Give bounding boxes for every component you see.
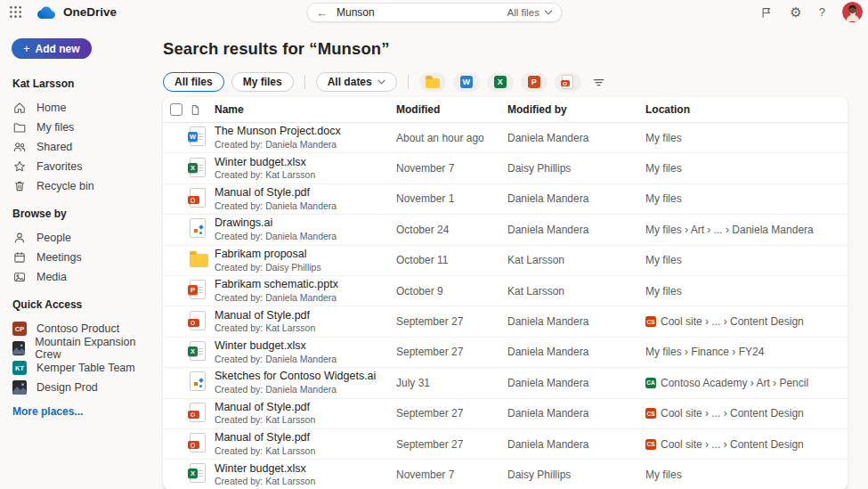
file-name[interactable]: Manual of Style.pdf xyxy=(215,186,396,200)
sidebar-item-home[interactable]: Home xyxy=(0,98,163,118)
column-header-modified-by[interactable]: Modified by xyxy=(507,103,645,116)
sidebar-item-my-files[interactable]: My files xyxy=(0,118,163,137)
filter-divider xyxy=(408,75,409,89)
table-row[interactable]: Sketches for Contoso Widgets.ai Created … xyxy=(163,368,848,398)
app-launcher-waffle-icon[interactable] xyxy=(9,5,23,20)
back-arrow-icon[interactable]: ← xyxy=(316,6,328,20)
table-row[interactable]: Manual of Style.pdf Created by: Kat Lars… xyxy=(163,399,848,429)
site-badge: CS xyxy=(645,408,656,419)
search-scope-dropdown[interactable]: All files xyxy=(507,7,552,18)
sidebar-nav: Home My files Shared Favorites Recycle b… xyxy=(0,98,163,196)
media-icon xyxy=(12,270,27,284)
modified-by: Daisy Phillips xyxy=(507,469,645,481)
folder-filter-chip[interactable] xyxy=(419,73,446,92)
file-name[interactable]: Fabrikam proposal xyxy=(215,248,396,262)
site-thumbnail xyxy=(12,341,25,355)
table-row[interactable]: Manual of Style.pdf Created by: Kat Lars… xyxy=(163,306,848,337)
file-name[interactable]: Sketches for Contoso Widgets.ai xyxy=(215,370,396,384)
results-table: Name Modified Modified by Location W The… xyxy=(163,97,848,489)
powerpoint-filter-chip[interactable]: P xyxy=(521,73,548,92)
word-icon: W xyxy=(460,76,473,88)
table-row[interactable]: X Winter budget.xlsx Created by: Daniela… xyxy=(163,338,848,368)
sidebar-item-label: Recycle bin xyxy=(37,180,94,192)
file-location[interactable]: My files xyxy=(645,162,848,175)
feedback-flag-icon[interactable] xyxy=(760,6,773,19)
site-thumbnail xyxy=(12,380,27,395)
pdf-filter-chip[interactable] xyxy=(555,73,581,92)
table-row[interactable]: Drawings.ai Created by: Daniela Mandera … xyxy=(163,215,848,245)
browse-by-nav: People Meetings Media xyxy=(0,228,163,287)
file-name[interactable]: Fabrikam schematic.pptx xyxy=(215,278,396,292)
sidebar-item-people[interactable]: People xyxy=(0,228,163,248)
table-row[interactable]: P Fabrikam schematic.pptx Created by: Da… xyxy=(163,276,848,306)
table-row[interactable]: X Winter budget.xlsx Created by: Kat Lar… xyxy=(163,153,848,183)
filters-icon[interactable] xyxy=(592,76,605,89)
file-location[interactable]: CSCool site › ... › Content Design xyxy=(645,315,848,328)
column-header-name[interactable]: Name xyxy=(215,103,396,116)
file-location[interactable]: My files xyxy=(645,469,848,481)
onedrive-logo[interactable]: OneDrive xyxy=(36,5,117,20)
sidebar-item-recycle-bin[interactable]: Recycle bin xyxy=(0,176,163,196)
file-location[interactable]: My files xyxy=(645,192,848,205)
file-location[interactable]: CAContoso Academy › Art › Pencil xyxy=(645,377,848,389)
quick-access-item-design-prod[interactable]: Design Prod xyxy=(0,378,163,397)
user-avatar[interactable] xyxy=(842,2,863,22)
scope-pill-all-files[interactable]: All files xyxy=(163,72,224,92)
file-name[interactable]: Manual of Style.pdf xyxy=(215,431,396,445)
file-location[interactable]: My files xyxy=(645,285,848,297)
modified-by: Daniela Mandera xyxy=(507,132,645,144)
table-row[interactable]: X Winter budget.xlsx Created by: Kat Lar… xyxy=(163,460,848,489)
file-location[interactable]: My files › Art › ... › Daniela Mandera xyxy=(645,224,848,236)
file-location[interactable]: My files xyxy=(645,254,848,266)
trash-icon xyxy=(12,179,27,193)
more-places-link[interactable]: More places... xyxy=(12,405,150,418)
ai-file-icon xyxy=(190,218,206,238)
sidebar-item-media[interactable]: Media xyxy=(0,267,163,287)
pdf-file-icon xyxy=(190,403,206,422)
column-header-modified[interactable]: Modified xyxy=(396,103,507,116)
quick-access-item-kemper-table-team[interactable]: KTKemper Table Team xyxy=(0,358,163,378)
file-location[interactable]: My files › Finance › FY24 xyxy=(645,346,848,358)
quick-access-item-mountain-expansion-crew[interactable]: Mountain Expansion Crew xyxy=(0,338,163,358)
location-breadcrumb: My files xyxy=(645,192,682,205)
quick-access-label: Mountain Expansion Crew xyxy=(35,336,150,361)
chevron-down-icon xyxy=(544,10,552,15)
table-row[interactable]: Manual of Style.pdf Created by: Kat Lars… xyxy=(163,429,848,460)
column-header-location[interactable]: Location xyxy=(645,103,848,116)
modified-date: July 31 xyxy=(396,377,507,389)
table-row[interactable]: Fabrikam proposal Created by: Daisy Phil… xyxy=(163,246,848,276)
file-name[interactable]: Winter budget.xlsx xyxy=(215,156,396,170)
sidebar-item-favorites[interactable]: Favorites xyxy=(0,157,163,176)
modified-by: Kat Larsson xyxy=(507,254,645,266)
table-row[interactable]: W The Munson Project.docx Created by: Da… xyxy=(163,123,848,153)
file-name[interactable]: Winter budget.xlsx xyxy=(215,339,396,354)
file-name[interactable]: The Munson Project.docx xyxy=(215,125,396,139)
file-name[interactable]: Drawings.ai xyxy=(215,216,396,231)
sidebar-item-label: Meetings xyxy=(37,251,82,264)
table-row[interactable]: Manual of Style.pdf Created by: Daniela … xyxy=(163,184,848,215)
chevron-down-icon xyxy=(377,79,385,85)
scope-pill-my-files[interactable]: My files xyxy=(231,72,294,92)
modified-by: Daniela Mandera xyxy=(507,377,645,389)
file-location[interactable]: My files xyxy=(645,132,848,144)
file-location[interactable]: CSCool site › ... › Content Design xyxy=(645,438,848,451)
add-new-button[interactable]: + Add new xyxy=(12,38,92,59)
search-box[interactable]: ← Munson All files xyxy=(306,3,562,22)
sidebar-item-meetings[interactable]: Meetings xyxy=(0,248,163,267)
excel-filter-chip[interactable]: X xyxy=(487,73,514,92)
file-name[interactable]: Manual of Style.pdf xyxy=(215,309,396,323)
word-filter-chip[interactable]: W xyxy=(453,73,480,92)
file-name[interactable]: Manual of Style.pdf xyxy=(215,401,396,415)
all-dates-dropdown[interactable]: All dates xyxy=(316,72,397,92)
search-input[interactable]: Munson xyxy=(337,6,499,19)
team-initials-tile: CP xyxy=(12,322,27,336)
quick-access-label: Contoso Product xyxy=(37,322,119,335)
select-all-checkbox[interactable] xyxy=(170,103,183,116)
file-created-by: Created by: Kat Larsson xyxy=(215,322,396,334)
location-breadcrumb: Contoso Academy › Art › Pencil xyxy=(661,377,808,389)
sidebar-item-shared[interactable]: Shared xyxy=(0,137,163,157)
help-icon[interactable]: ? xyxy=(819,6,825,18)
file-name[interactable]: Winter budget.xlsx xyxy=(215,462,396,477)
settings-gear-icon[interactable]: ⚙ xyxy=(790,5,801,19)
file-location[interactable]: CSCool site › ... › Content Design xyxy=(645,407,848,420)
